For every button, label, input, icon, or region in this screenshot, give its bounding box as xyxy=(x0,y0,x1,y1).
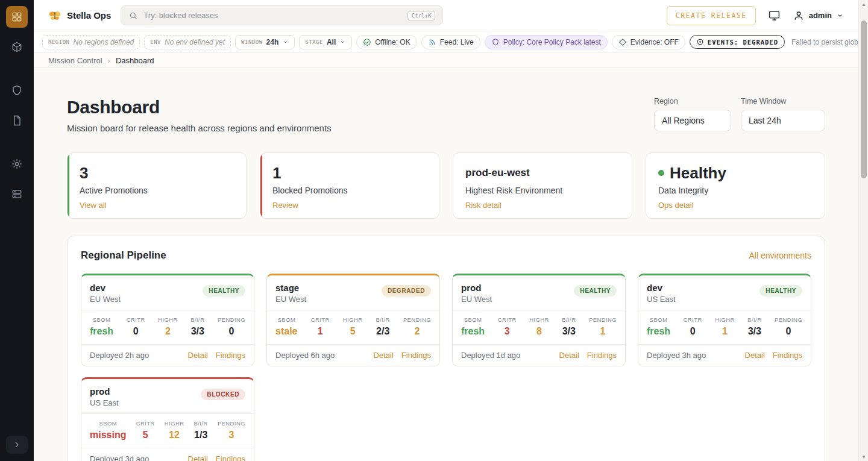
stage-dropdown[interactable]: STAGE All xyxy=(299,35,352,49)
ops-detail-link[interactable]: Ops detail xyxy=(658,201,694,210)
findings-link[interactable]: Findings xyxy=(401,351,431,360)
chevron-down-icon xyxy=(282,39,289,45)
search-bar[interactable]: Ctrl+K xyxy=(121,5,443,25)
metric-value: 3 xyxy=(498,326,517,337)
sidebar-item-documents[interactable] xyxy=(6,110,28,131)
metric-label: CRITR xyxy=(127,316,145,323)
sidebar-item-settings[interactable] xyxy=(6,153,28,175)
view-all-link[interactable]: View all xyxy=(80,201,107,210)
metric-value: 3/3 xyxy=(190,326,204,337)
metric-label: B/I/R xyxy=(190,316,204,323)
pipeline-card: prod EU West HEALTHY SBOMfresh CRITR3 HI… xyxy=(452,274,626,366)
pipeline-card-head: dev US East HEALTHY xyxy=(638,275,811,310)
sidebar xyxy=(0,0,34,461)
metric-label: HIGHR xyxy=(715,316,735,323)
card-links: Detail Findings xyxy=(374,351,431,360)
environment-name: prod xyxy=(461,283,492,293)
user-name: admin xyxy=(809,11,832,20)
brand-name: Stella Ops xyxy=(67,10,111,20)
monitor-icon[interactable] xyxy=(768,9,781,22)
metric-value: 2 xyxy=(158,326,178,337)
region-select[interactable]: All Regions xyxy=(654,110,731,131)
time-window-filter: Time Window Last 24h xyxy=(741,97,825,131)
file-icon xyxy=(11,114,23,127)
detail-link[interactable]: Detail xyxy=(374,351,394,360)
metric-sbom: SBOMfresh xyxy=(90,316,113,337)
stat-value: prod-eu-west xyxy=(465,163,620,183)
metric-sbom: SBOMmissing xyxy=(90,420,126,441)
metric-critr: CRITR3 xyxy=(498,316,517,337)
findings-link[interactable]: Findings xyxy=(773,351,802,360)
user-menu[interactable]: admin xyxy=(793,10,844,22)
search-input[interactable] xyxy=(143,11,401,20)
stage-value: All xyxy=(327,38,336,46)
metric-label: HIGHR xyxy=(343,316,363,323)
env-context-pill[interactable]: ENV No env defined yet xyxy=(144,35,231,49)
events-status-chip[interactable]: EVENTS: DEGRADED xyxy=(690,35,785,49)
findings-link[interactable]: Findings xyxy=(587,351,617,360)
sidebar-item-infrastructure[interactable] xyxy=(6,183,28,205)
region-context-pill[interactable]: REGION No regions defined xyxy=(42,35,140,49)
environment-region: EU West xyxy=(275,295,306,304)
stat-label: Active Promotions xyxy=(80,186,234,195)
rss-icon xyxy=(428,38,436,46)
detail-link[interactable]: Detail xyxy=(188,351,208,360)
detail-link[interactable]: Detail xyxy=(745,351,765,360)
environment-info: prod US East xyxy=(90,386,119,407)
region-filter-label: Region xyxy=(654,97,731,105)
review-link[interactable]: Review xyxy=(272,201,298,210)
page-header: Dashboard Mission board for release heal… xyxy=(67,97,825,133)
detail-link[interactable]: Detail xyxy=(188,454,208,461)
metric-value: 2 xyxy=(403,326,431,337)
page-filters: Region All Regions Time Window Last 24h xyxy=(654,97,825,131)
metric-highr: HIGHR8 xyxy=(529,316,549,337)
topbar-actions: CREATE RELEASE admin xyxy=(667,6,844,25)
create-release-button[interactable]: CREATE RELEASE xyxy=(667,6,756,25)
findings-link[interactable]: Findings xyxy=(216,351,245,360)
env-value: No env defined yet xyxy=(165,38,225,46)
status-badge: DEGRADED xyxy=(382,285,431,296)
evidence-status-chip[interactable]: Evidence: OFF xyxy=(612,35,685,49)
offline-status-chip[interactable]: Offline: OK xyxy=(356,35,417,49)
page-title-block: Dashboard Mission board for release heal… xyxy=(67,97,332,133)
metric-label: PENDING xyxy=(218,316,245,323)
time-window-select[interactable]: Last 24h xyxy=(741,110,825,131)
breadcrumb-parent[interactable]: Mission Control xyxy=(48,56,102,65)
stage-label: STAGE xyxy=(305,39,323,45)
health-dot xyxy=(658,170,664,176)
metric-value: 0 xyxy=(127,326,145,337)
all-environments-link[interactable]: All environments xyxy=(749,251,812,260)
scroll-up-arrow-icon[interactable]: ▲ xyxy=(859,0,868,8)
metric-value: 1/3 xyxy=(194,430,208,441)
detail-link[interactable]: Detail xyxy=(559,351,579,360)
environment-info: dev US East xyxy=(647,283,676,304)
metrics-row: SBOMmissing CRITR5 HIGHR12 B/I/R1/3 PEND… xyxy=(81,413,254,448)
window-dropdown[interactable]: WINDOW 24h xyxy=(235,35,295,49)
metric-pending: PENDING0 xyxy=(218,316,245,337)
metric-label: SBOM xyxy=(647,316,670,323)
scroll-down-arrow-icon[interactable]: ▼ xyxy=(859,453,868,461)
scrollbar-thumb[interactable] xyxy=(861,20,867,178)
environment-region: US East xyxy=(647,295,676,304)
package-icon xyxy=(11,41,23,53)
sidebar-item-releases[interactable] xyxy=(6,36,28,58)
sidebar-item-dashboard[interactable] xyxy=(6,6,28,28)
metric-value: 0 xyxy=(684,326,702,337)
sidebar-item-security[interactable] xyxy=(6,80,28,101)
metric-value: fresh xyxy=(90,326,113,337)
risk-detail-link[interactable]: Risk detail xyxy=(465,201,502,210)
metric-critr: CRITR1 xyxy=(311,316,330,337)
environment-name: dev xyxy=(647,283,676,293)
context-bar: REGION No regions defined ENV No env def… xyxy=(34,31,858,53)
chip-label: Evidence: OFF xyxy=(631,38,679,46)
vertical-scrollbar[interactable]: ▲ ▼ xyxy=(858,0,868,461)
metric-pending: PENDING0 xyxy=(775,316,802,337)
findings-link[interactable]: Findings xyxy=(216,454,245,461)
sidebar-expand-button[interactable] xyxy=(6,436,28,454)
chip-label: EVENTS: DEGRADED xyxy=(708,39,778,46)
policy-status-chip[interactable]: Policy: Core Policy Pack latest xyxy=(485,35,608,49)
feed-status-chip[interactable]: Feed: Live xyxy=(421,35,480,49)
pipeline-card-head: stage EU West DEGRADED xyxy=(267,275,439,310)
status-badge: BLOCKED xyxy=(201,389,245,400)
pipeline-card-head: prod EU West HEALTHY xyxy=(453,275,625,310)
